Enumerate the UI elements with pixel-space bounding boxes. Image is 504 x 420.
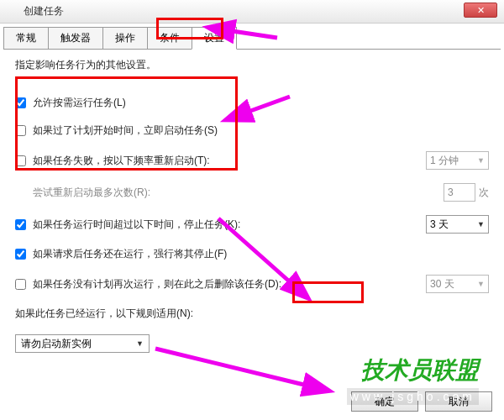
chevron-down-icon: ▼ bbox=[136, 339, 144, 348]
label-retry-count: 尝试重新启动最多次数(R): bbox=[33, 186, 444, 200]
checkbox-restart-fail[interactable] bbox=[15, 155, 26, 166]
select-restart-interval: 1 分钟 ▼ bbox=[426, 151, 489, 170]
window-title: 创建任务 bbox=[24, 4, 64, 18]
tab-actions[interactable]: 操作 bbox=[102, 27, 148, 49]
checkbox-run-if-missed[interactable] bbox=[15, 125, 26, 136]
label-stop-longer: 如果任务运行时间超过以下时间，停止任务(K): bbox=[33, 218, 426, 232]
tab-conditions[interactable]: 条件 bbox=[147, 27, 192, 49]
close-button[interactable]: ✕ bbox=[464, 3, 497, 18]
option-restart-fail: 如果任务失败，按以下频率重新启动(T): 1 分钟 ▼ bbox=[15, 151, 489, 170]
label-force-stop: 如果请求后任务还在运行，强行将其停止(F) bbox=[33, 247, 489, 261]
option-delete-after: 如果任务没有计划再次运行，则在此之后删除该任务(D): 30 天 ▼ bbox=[15, 275, 489, 293]
label-allow-demand: 允许按需运行任务(L) bbox=[33, 96, 489, 110]
tab-settings[interactable]: 设置 bbox=[192, 27, 237, 50]
retry-suffix: 次 bbox=[479, 186, 489, 200]
input-retry-count: 3 bbox=[444, 183, 475, 202]
watermark-url: www.jsgho.com bbox=[347, 388, 479, 405]
checkbox-stop-longer[interactable] bbox=[15, 219, 26, 230]
select-delete-after-value: 30 天 bbox=[430, 277, 454, 291]
chevron-down-icon: ▼ bbox=[477, 220, 485, 228]
chevron-down-icon: ▼ bbox=[477, 280, 485, 288]
label-restart-fail: 如果任务失败，按以下频率重新启动(T): bbox=[33, 154, 426, 168]
chevron-down-icon: ▼ bbox=[477, 156, 485, 165]
tab-triggers[interactable]: 触发器 bbox=[48, 27, 103, 49]
content: 指定影响任务行为的其他设置。 允许按需运行任务(L) 如果过了计划开始时间，立即… bbox=[0, 50, 504, 361]
select-rule-value: 请勿启动新实例 bbox=[21, 337, 92, 351]
checkbox-delete-after[interactable] bbox=[15, 279, 26, 290]
select-restart-interval-value: 1 分钟 bbox=[430, 154, 459, 168]
checkbox-allow-demand[interactable] bbox=[15, 97, 26, 108]
select-stop-longer[interactable]: 3 天 ▼ bbox=[426, 215, 489, 234]
option-run-if-missed: 如果过了计划开始时间，立即启动任务(S) bbox=[15, 123, 489, 138]
option-stop-longer: 如果任务运行时间超过以下时间，停止任务(K): 3 天 ▼ bbox=[15, 215, 489, 234]
tabs: 常规 触发器 操作 条件 设置 bbox=[3, 27, 501, 50]
option-rule-label: 如果此任务已经运行，以下规则适用(N): bbox=[15, 307, 489, 321]
description-text: 指定影响任务行为的其他设置。 bbox=[15, 58, 489, 72]
select-stop-longer-value: 3 天 bbox=[430, 218, 449, 232]
label-run-if-missed: 如果过了计划开始时间，立即启动任务(S) bbox=[33, 123, 489, 138]
watermark-brand: 技术员联盟 bbox=[361, 354, 479, 386]
checkbox-force-stop[interactable] bbox=[15, 249, 26, 260]
label-delete-after: 如果任务没有计划再次运行，则在此之后删除该任务(D): bbox=[33, 277, 426, 291]
titlebar: 创建任务 ✕ bbox=[0, 0, 504, 24]
select-delete-after: 30 天 ▼ bbox=[426, 275, 489, 293]
tab-general[interactable]: 常规 bbox=[3, 27, 49, 49]
option-allow-demand: 允许按需运行任务(L) bbox=[15, 96, 489, 110]
select-rule[interactable]: 请勿启动新实例 ▼ bbox=[15, 334, 150, 353]
option-retry-count: 尝试重新启动最多次数(R): 3 次 bbox=[15, 183, 489, 202]
label-rule: 如果此任务已经运行，以下规则适用(N): bbox=[15, 307, 489, 321]
option-force-stop: 如果请求后任务还在运行，强行将其停止(F) bbox=[15, 247, 489, 261]
